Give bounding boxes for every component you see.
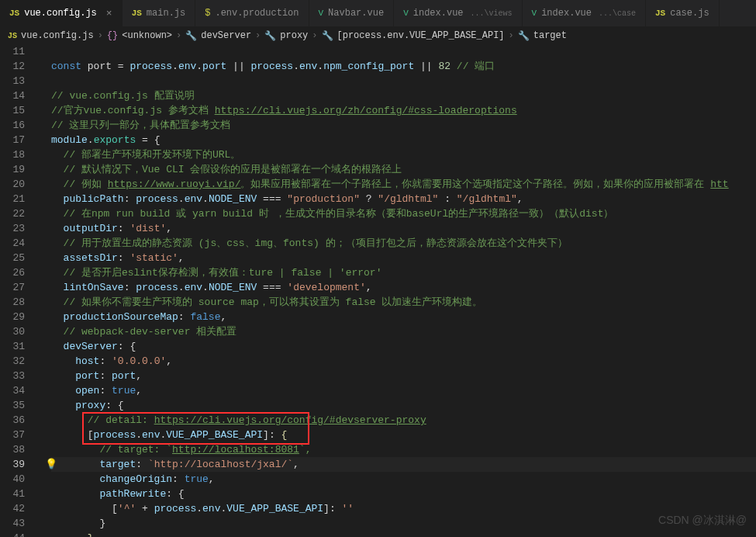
code-line: assetsDir: 'static', [51,251,756,265]
js-icon: JS [132,9,142,18]
watermark: CSDN @冰淇淋@ [658,514,747,528]
code-line: outputDir: 'dist', [51,221,756,236]
breadcrumb-item[interactable]: <unknown> [122,30,172,41]
tab-label: .env.production [215,8,299,19]
code-line: // 默认情况下，Vue CLI 会假设你的应用是被部署在一个域名的根路径上 [51,162,756,177]
breadcrumb-item[interactable]: devServer [201,30,251,41]
code-line: target: `http://localhost/jxal/`, [51,457,756,472]
breadcrumb: JS vue.config.js › {} <unknown> › 🔧 devS… [0,27,756,44]
wrench-icon: 🔧 [185,30,197,42]
chevron-right-icon: › [98,30,103,41]
tab-path: ...\views [471,9,513,18]
code-line: host: '0.0.0.0', [51,354,756,369]
code-line: lintOnSave: process.env.NODE_ENV === 'de… [51,280,756,295]
breadcrumb-item[interactable]: target [533,30,567,41]
code-line: // 部署生产环境和开发环境下的URL。 [51,147,756,162]
code-line: open: true, [51,383,756,398]
tab-index-vue-views[interactable]: V index.vue ...\views [394,0,522,26]
tab-vue-config[interactable]: JS vue.config.js × [0,0,123,26]
tab-main-js[interactable]: JS main.js [123,0,196,26]
code-line: productionSourceMap: false, [51,310,756,324]
code-area[interactable]: const port = process.env.port || process… [37,44,756,537]
tab-label: case.js [670,8,709,19]
breadcrumb-item[interactable]: vue.config.js [21,30,94,41]
vue-icon: V [319,9,324,18]
code-line: module.exports = { [51,133,756,147]
code-line: [process.env.VUE_APP_BASE_API]: { [51,428,756,442]
vue-icon: V [532,9,537,18]
js-icon: JS [655,9,665,18]
tab-label: index.vue [413,8,464,19]
code-line: } [51,531,756,537]
code-line [51,44,756,59]
code-line: const port = process.env.port || process… [51,59,756,74]
code-line: // webpack-dev-server 相关配置 [51,324,756,339]
js-icon: JS [8,32,17,40]
code-line [51,74,756,88]
code-line: // vue.config.js 配置说明 [51,88,756,103]
code-line: ['^' + process.env.VUE_APP_BASE_API]: '' [51,501,756,516]
code-editor[interactable]: 1112131415161718192021222324252627282930… [0,44,756,537]
wrench-icon: 🔧 [322,30,333,42]
code-line: // 是否开启eslint保存检测，有效值：ture | false | 'er… [51,265,756,280]
code-line: changeOrigin: true, [51,472,756,487]
tab-navbar-vue[interactable]: V Navbar.vue [309,0,395,26]
wrench-icon: 🔧 [518,30,530,42]
code-line: // 例如 https://www.ruoyi.vip/。如果应用被部署在一个子… [51,177,756,192]
code-line: proxy: { [51,398,756,413]
code-line: pathRewrite: { [51,487,756,501]
tab-index-vue-case[interactable]: V index.vue ...\case [523,0,646,26]
code-line: devServer: { [51,339,756,354]
code-line: // detail: https://cli.vuejs.org/config/… [51,413,756,428]
chevron-right-icon: › [509,30,514,41]
tab-env-production[interactable]: $ .env.production [195,0,309,26]
wrench-icon: 🔧 [264,30,276,42]
chevron-right-icon: › [176,30,181,41]
code-line: // target: `http://localhost:8081`, [51,442,756,457]
tab-bar: JS vue.config.js × JS main.js $ .env.pro… [0,0,756,27]
chevron-right-icon: › [312,30,317,41]
breadcrumb-item[interactable]: [process.env.VUE_APP_BASE_API] [337,30,505,41]
tab-label: vue.config.js [24,8,97,19]
code-line: port: port, [51,369,756,383]
tab-label: index.vue [541,8,592,19]
code-line: // 如果你不需要生产环境的 source map，可以将其设置为 false … [51,295,756,310]
vue-icon: V [403,9,409,18]
code-line: publicPath: process.env.NODE_ENV === "pr… [51,192,756,206]
chevron-right-icon: › [255,30,261,41]
env-icon: $ [205,8,210,19]
tab-case-js[interactable]: JS case.js [646,0,720,26]
code-line: // 用于放置生成的静态资源 (js、css、img、fonts) 的；（项目打… [51,236,756,251]
tab-path: ...\case [599,9,636,18]
code-line: } [51,516,756,531]
tab-label: main.js [147,8,185,19]
line-number-gutter: 1112131415161718192021222324252627282930… [0,44,37,537]
code-line: //官方vue.config.js 参考文档 https://cli.vuejs… [51,103,756,118]
brace-icon: {} [107,30,118,41]
js-icon: JS [9,9,19,18]
code-line: // 在npm run build 或 yarn build 时 ，生成文件的目… [51,206,756,221]
close-icon[interactable]: × [106,8,112,19]
lightbulb-icon[interactable]: 💡 [45,458,57,470]
breadcrumb-item[interactable]: proxy [280,30,308,41]
code-line: // 这里只列一部分，具体配置参考文档 [51,118,756,133]
tab-label: Navbar.vue [328,8,384,19]
